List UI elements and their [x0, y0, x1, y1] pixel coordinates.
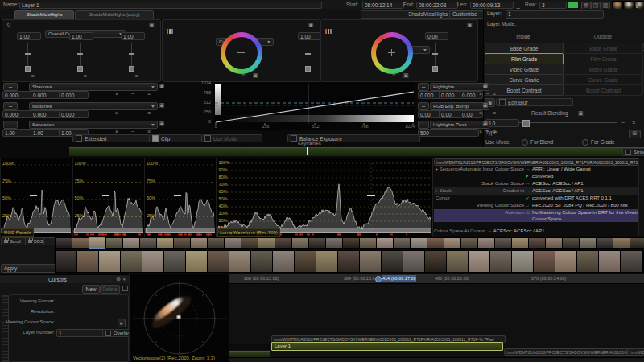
- film-grade-curve[interactable]: [213, 82, 415, 130]
- tab-shadsmidshighs-copy[interactable]: ShadsMidsHighs (copy): [75, 10, 154, 19]
- fg-left-select-1[interactable]: Shadows: [29, 83, 158, 91]
- shot-thumbnail[interactable]: [596, 237, 613, 249]
- fg-left-value-1-2[interactable]: 0.000: [31, 91, 60, 99]
- status-swatch[interactable]: [567, 2, 579, 9]
- check-use-mode[interactable]: Use Mode: [201, 134, 262, 142]
- shot-thumbnail[interactable]: [359, 250, 382, 273]
- shot-thumbnail[interactable]: [494, 237, 512, 249]
- fg-left-menu-2[interactable]: •••: [3, 102, 18, 110]
- shot-thumbnail[interactable]: [122, 237, 140, 249]
- copy-icon-fg-right-2[interactable]: ▣: [481, 102, 489, 109]
- shot-thumbnail[interactable]: [337, 250, 360, 273]
- shot-thumbnail[interactable]: [224, 237, 242, 249]
- fg-left-value-2-3[interactable]: 0.000: [59, 110, 89, 118]
- shot-thumbnail[interactable]: [156, 237, 174, 249]
- fg-left-select-2[interactable]: Midtones: [29, 102, 158, 110]
- menu-icon-overall-1[interactable]: ≡: [29, 73, 36, 79]
- fg-left-menu-1[interactable]: •••: [3, 83, 18, 91]
- shot-thumbnail[interactable]: [190, 237, 208, 249]
- menu-icon-fg-right-2[interactable]: ≡: [490, 110, 498, 117]
- fg-left-select-3[interactable]: Saturation: [29, 121, 158, 129]
- copy2-icon-contrast[interactable]: ▣: [253, 72, 258, 79]
- shot-thumbnail[interactable]: [308, 237, 326, 249]
- menu-icon-fg-left-1[interactable]: ≡: [145, 91, 153, 97]
- menu-icon-blend[interactable]: ≡: [632, 120, 635, 126]
- overall-slider-value-3[interactable]: 1.00: [121, 32, 145, 40]
- shot-thumbnail[interactable]: [555, 250, 577, 273]
- shot-thumbnail[interactable]: [55, 237, 72, 249]
- edit-blur-checkbox[interactable]: Edit Blur: [496, 98, 573, 106]
- tilde-icon-blend[interactable]: ~: [621, 120, 625, 126]
- shot-thumbnail[interactable]: [120, 250, 142, 273]
- blend-slider-handle[interactable]: [522, 120, 530, 127]
- new-cursor-button[interactable]: New: [82, 285, 100, 294]
- grade-outside-video-grade[interactable]: Video Grade: [564, 64, 643, 75]
- shot-thumbnail[interactable]: [105, 237, 123, 249]
- copy2-icon-exposure[interactable]: ▣: [403, 72, 409, 79]
- keyframes-playhead[interactable]: [307, 147, 308, 155]
- shot-thumbnail[interactable]: [72, 237, 89, 249]
- grade-inside-base-grade[interactable]: Base Grade: [485, 43, 564, 54]
- shot-thumbnail[interactable]: [89, 237, 106, 249]
- tilde-icon-overall-2[interactable]: ~: [72, 73, 79, 79]
- shot-thumbnail[interactable]: [173, 237, 191, 249]
- shot-thumbnail[interactable]: [620, 250, 642, 273]
- row-input[interactable]: 3: [539, 2, 567, 9]
- fg-right-value-1-2[interactable]: 0.000: [439, 91, 462, 99]
- cursor-layer-number-input[interactable]: 1: [56, 329, 105, 337]
- shot-thumbnail[interactable]: [241, 237, 258, 249]
- shot-thumbnail[interactable]: [613, 237, 630, 249]
- copy-icon-contrast[interactable]: ▣: [308, 22, 314, 28]
- check-clip[interactable]: Clip: [149, 134, 202, 142]
- grade-outside-boost-contrast[interactable]: Boost Contrast: [564, 84, 643, 96]
- reset-icon[interactable]: ↻: [6, 22, 11, 28]
- shot-thumbnail[interactable]: [511, 237, 529, 249]
- sequence-path[interactable]: /mnt/WDMT81/A2018/PROJECTS/SADOVSKI/WERN…: [434, 158, 642, 166]
- shot-thumbnail[interactable]: [533, 250, 555, 273]
- shot-thumbnail[interactable]: [316, 250, 338, 273]
- shot-thumbnail[interactable]: [393, 237, 411, 249]
- start-timecode-input[interactable]: 08:00:12:14: [362, 2, 404, 9]
- copy-icon-fg-left-3[interactable]: ▣: [158, 121, 166, 127]
- shot-thumbnail[interactable]: [424, 250, 447, 273]
- gear-icon[interactable]: ⚙: [116, 276, 121, 282]
- fg-left-value-1-1[interactable]: 0.000: [2, 91, 32, 99]
- contrast-color-wheel[interactable]: [221, 32, 262, 74]
- overall-slider-value-2[interactable]: 1.00: [69, 32, 93, 40]
- shot-thumbnail[interactable]: [258, 237, 275, 249]
- minus-icon-contrast[interactable]: —: [230, 72, 236, 79]
- menu-icon-fg-right-3[interactable]: ≡: [490, 129, 498, 135]
- grade-inside-film-grade[interactable]: Film Grade: [485, 53, 564, 64]
- copy-icon-fg-left-1[interactable]: ▣: [158, 83, 166, 89]
- fg-right-menu-1[interactable]: •••: [418, 83, 429, 91]
- shot-thumbnail[interactable]: [579, 237, 597, 249]
- shot-thumbnail[interactable]: [229, 250, 251, 273]
- shot-thumbnail[interactable]: [163, 250, 186, 273]
- end-timecode-input[interactable]: 08:00:22:03: [416, 2, 458, 9]
- timeline-clip-layer1[interactable]: Layer 1: [271, 342, 503, 351]
- window-layout-icon[interactable]: ▤: [581, 2, 591, 10]
- grade-inside-curve-grade[interactable]: Curve Grade: [485, 74, 564, 85]
- fg-right-menu-3[interactable]: •••: [418, 121, 429, 129]
- shot-thumbnail[interactable]: [98, 250, 121, 273]
- shot-thumbnail[interactable]: [511, 250, 534, 273]
- cursors-menu-icon[interactable]: ▾: [123, 276, 126, 282]
- menu-icon-contrast[interactable]: ≡: [242, 72, 245, 79]
- fg-left-value-2-1[interactable]: 0.000: [2, 110, 32, 118]
- len-timecode-input[interactable]: 00:00:09:13: [470, 2, 514, 9]
- timeline-clip-prev[interactable]: [229, 351, 270, 357]
- tab-shadsmidshighs[interactable]: ShadsMidsHighs: [14, 10, 74, 19]
- shot-thumbnail[interactable]: [477, 237, 495, 249]
- timeline-clip2-path[interactable]: /mnt/WDMT81/A2018/PROJECTS/SADOVSKI/WERN…: [504, 348, 630, 356]
- shot-thumbnail[interactable]: [427, 237, 444, 249]
- shot-thumbnail[interactable]: [528, 237, 546, 249]
- fg-right-value-2-1[interactable]: 0.00: [418, 110, 441, 118]
- shot-thumbnail[interactable]: [207, 237, 225, 249]
- shot-thumbnail[interactable]: [76, 250, 99, 273]
- cursors-scrollbar[interactable]: [2, 295, 9, 362]
- shot-thumbnail[interactable]: [381, 250, 403, 273]
- fg-right-value-3-1[interactable]: 500: [418, 129, 479, 137]
- shot-thumbnail[interactable]: [185, 250, 208, 273]
- shot-thumbnail[interactable]: [275, 237, 292, 249]
- tilde-icon-overall-1[interactable]: ~: [19, 73, 27, 79]
